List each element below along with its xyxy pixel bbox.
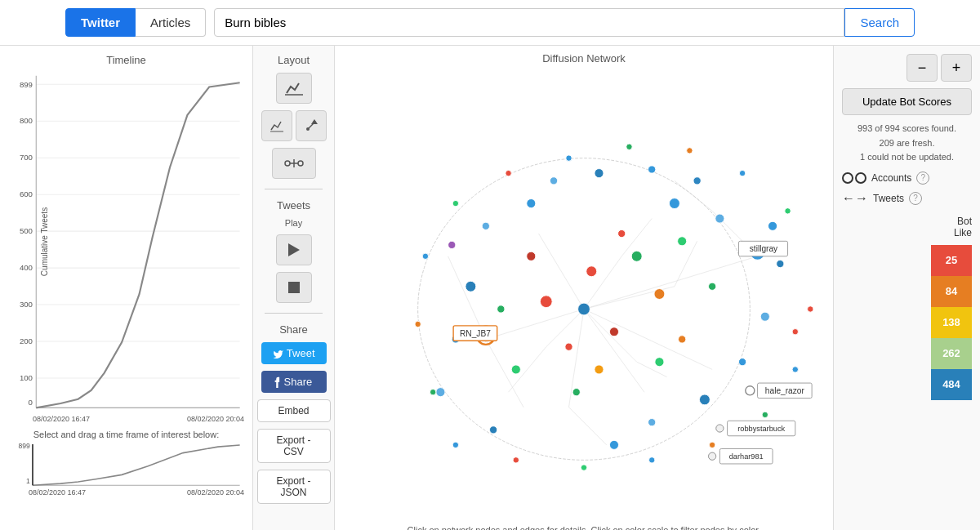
svg-point-83 [609,327,618,336]
facebook-button[interactable]: Share [261,371,327,393]
accounts-label: Accounts [871,172,911,184]
svg-point-130 [716,425,724,432]
svg-line-41 [486,309,584,339]
zoom-out-button[interactable]: − [906,54,938,82]
svg-point-90 [595,365,604,374]
svg-rect-38 [288,282,300,293]
stop-icon [288,282,300,293]
svg-point-120 [808,306,813,312]
bot-scale-bar[interactable]: 25 [931,245,972,276]
svg-marker-32 [311,119,318,124]
tweets-legend-label: Tweets [873,193,904,204]
svg-point-112 [430,389,435,394]
svg-point-77 [768,221,777,230]
chart-date-start: 08/02/2020 16:47 [33,415,90,423]
bot-scale-row[interactable]: 484 [842,369,972,400]
svg-point-66 [482,222,489,229]
svg-text:RN_JB7: RN_JB7 [460,329,491,338]
svg-point-84 [565,343,572,350]
svg-line-42 [584,309,644,392]
bot-scale: 2584138262484 [842,245,972,400]
bot-scale-bar[interactable]: 484 [931,369,972,400]
svg-point-103 [785,208,791,214]
mini-chart-svg: 899 1 [8,439,244,488]
drag-text: Select and drag a time frame of interest… [8,430,244,439]
svg-point-110 [422,253,428,259]
tweets-help-icon[interactable]: ? [909,192,922,205]
svg-point-74 [738,359,746,366]
network-title: Diffusion Network [542,46,626,68]
search-button[interactable]: Search [844,8,915,37]
svg-point-92 [631,251,642,261]
svg-point-73 [699,394,710,405]
layout-btn-1[interactable] [276,73,312,104]
main-content: Timeline Cumulative Tweets 899 800 700 6… [0,46,980,530]
stop-button[interactable] [276,272,312,303]
export-csv-button[interactable]: Export - CSV [257,429,331,463]
play-icon [288,243,300,256]
accounts-help-icon[interactable]: ? [916,171,929,185]
zoom-in-button[interactable]: + [941,54,972,82]
layout-btn-2[interactable] [261,110,292,141]
svg-point-113 [452,442,458,448]
layout-icon-1 [285,80,303,96]
bot-info: 993 of 994 scores found. 209 are fresh. … [842,122,972,165]
mini-chart[interactable]: 899 1 [8,439,244,488]
svg-point-97 [511,365,520,374]
layout-btn-3[interactable] [296,110,327,141]
svg-text:400: 400 [20,263,33,272]
layout-btn-4[interactable] [272,148,316,179]
play-button[interactable] [276,234,312,265]
bot-scale-bar[interactable]: 138 [931,307,972,338]
export-json-button[interactable]: Export - JSON [257,470,331,504]
layout-icon-4 [284,155,304,171]
bot-scale-bar[interactable]: 84 [931,276,972,307]
svg-point-89 [654,289,665,300]
right-panel: − + Update Bot Scores 993 of 994 scores … [833,46,980,530]
svg-text:600: 600 [20,189,33,198]
svg-point-86 [618,229,626,237]
bot-scale-row[interactable]: 138 [842,307,972,338]
chart-dates: 08/02/2020 16:47 08/02/2020 20:04 [8,415,244,423]
svg-text:700: 700 [20,153,33,162]
embed-button[interactable]: Embed [257,399,331,422]
tweets-title: Tweets [277,199,310,212]
svg-point-65 [527,199,536,208]
layout-icon-3 [305,119,318,132]
svg-point-75 [760,312,769,321]
mini-date-start: 08/02/2020 16:47 [29,488,86,497]
arrow-icon: ←→ [842,191,868,206]
svg-text:robbystarbuck: robbystarbuck [737,425,785,433]
svg-point-91 [679,336,686,343]
svg-point-78 [550,177,557,185]
svg-point-70 [489,426,497,434]
bot-info-line3: 1 could not be updated. [842,150,972,165]
svg-point-69 [436,388,445,397]
svg-line-50 [675,180,712,211]
separator-2 [265,313,323,314]
bot-scale-row[interactable]: 25 [842,245,972,276]
svg-point-93 [678,237,687,246]
svg-point-71 [609,440,618,449]
search-input[interactable] [214,8,844,37]
update-bot-button[interactable]: Update Bot Scores [842,88,972,115]
svg-point-106 [626,144,632,149]
twitter-icon [273,349,283,359]
tweet-button[interactable]: Tweet [261,342,327,364]
svg-point-109 [452,200,458,206]
bot-scale-row[interactable]: 262 [842,338,972,369]
svg-point-105 [687,148,693,154]
bot-like-title: BotLike [842,216,972,238]
svg-point-127 [746,386,755,395]
svg-point-64 [693,177,701,185]
svg-text:100: 100 [20,373,33,382]
svg-point-76 [777,260,784,267]
network-canvas[interactable]: stillgray RN_JB7 hale_razor robbystarbuc… [335,68,833,520]
bot-scale-row[interactable]: 84 [842,276,972,307]
svg-line-43 [584,309,712,369]
bot-info-line2: 209 are fresh. [842,136,972,151]
svg-point-118 [762,412,768,417]
tab-articles[interactable]: Articles [136,8,206,37]
tab-twitter[interactable]: Twitter [65,8,136,37]
bot-scale-bar[interactable]: 262 [931,338,972,369]
